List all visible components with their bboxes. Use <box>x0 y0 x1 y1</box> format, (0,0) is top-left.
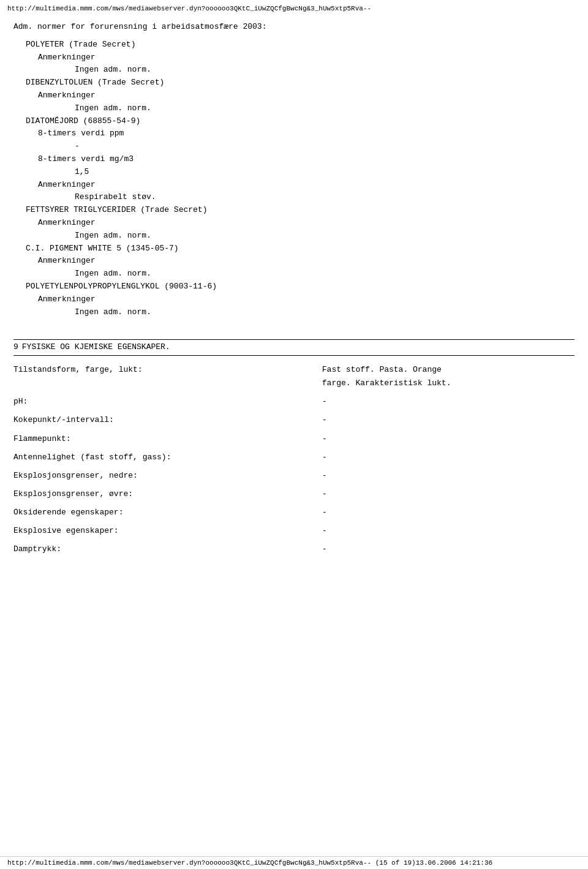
bottom-url: http://multimedia.mmm.com/mws/mediawebse… <box>7 859 492 867</box>
prop-value-0: Fast stoff. Pasta. Orange farge. Karakte… <box>322 361 575 393</box>
chemical-3-dash1: - <box>13 140 575 153</box>
chemical-1-name: POLYETER (Trade Secret) <box>13 39 575 51</box>
chemical-3-timers-ppm: 8-timers verdi ppm <box>13 127 575 140</box>
property-row-1: pH:- <box>13 393 575 411</box>
page-container: http://multimedia.mmm.com/mws/mediawebse… <box>0 0 588 869</box>
property-row-0: Tilstandsform, farge, lukt:Fast stoff. P… <box>13 361 575 393</box>
prop-label-7: Oksiderende egenskaper: <box>13 503 322 522</box>
bottom-bar: http://multimedia.mmm.com/mws/mediawebse… <box>0 856 588 869</box>
chemical-4: FETTSYRER TRIGLYCERIDER (Trade Secret) A… <box>13 204 575 242</box>
chemical-3: DIATOMÉJORD (68855-54-9) 8-timers verdi … <box>13 115 575 205</box>
prop-value-7: - <box>322 503 575 522</box>
property-row-3: Flammepunkt:- <box>13 430 575 448</box>
prop-value-4: - <box>322 448 575 467</box>
chemical-5-norm: Ingen adm. norm. <box>13 268 575 280</box>
chemical-1-remarks: Anmerkninger <box>13 51 575 64</box>
section-9-header: 9 FYSISKE OG KJEMISKE EGENSKAPER. <box>13 341 575 354</box>
chemical-2-name: DIBENZYLTOLUEN (Trade Secret) <box>13 77 575 89</box>
main-content: Adm. normer for forurensning i arbeidsat… <box>7 15 581 559</box>
chemical-3-timers-mg: 8-timers verdi mg/m3 <box>13 153 575 166</box>
prop-label-3: Flammepunkt: <box>13 430 322 448</box>
prop-value-1: - <box>322 393 575 411</box>
chemical-1-norm: Ingen adm. norm. <box>13 64 575 77</box>
chemical-3-value: 1,5 <box>13 166 575 179</box>
prop-value-9: - <box>322 540 575 559</box>
section-9-number: 9 <box>13 341 18 354</box>
prop-value-2: - <box>322 411 575 429</box>
property-row-9: Damptrykk:- <box>13 540 575 559</box>
chemical-3-name: DIATOMÉJORD (68855-54-9) <box>13 115 575 128</box>
properties-table: Tilstandsform, farge, lukt:Fast stoff. P… <box>13 361 575 559</box>
property-row-5: Eksplosjonsgrenser, nedre:- <box>13 467 575 485</box>
property-row-6: Eksplosjonsgrenser, øvre:- <box>13 485 575 503</box>
chemical-3-remarks: Anmerkninger <box>13 179 575 192</box>
chemical-6-norm: Ingen adm. norm. <box>13 306 575 319</box>
chemical-5: C.I. PIGMENT WHITE 5 (1345-05-7) Anmerkn… <box>13 243 575 280</box>
chemical-6: POLYETYLENPOLYPROPYLENGLYKOL (9003-11-6)… <box>13 280 575 318</box>
chemical-5-remarks: Anmerkninger <box>13 255 575 268</box>
prop-value-8: - <box>322 522 575 540</box>
chemical-6-name: POLYETYLENPOLYPROPYLENGLYKOL (9003-11-6) <box>13 280 575 293</box>
intro-line: Adm. normer for forurensning i arbeidsat… <box>13 21 575 34</box>
property-row-4: Antennelighet (fast stoff, gass):- <box>13 448 575 467</box>
prop-label-6: Eksplosjonsgrenser, øvre: <box>13 485 322 503</box>
chemical-6-remarks: Anmerkninger <box>13 293 575 306</box>
prop-label-8: Eksplosive egenskaper: <box>13 522 322 540</box>
prop-label-1: pH: <box>13 393 322 411</box>
prop-label-0: Tilstandsform, farge, lukt: <box>13 361 322 393</box>
prop-value-6: - <box>322 485 575 503</box>
prop-label-5: Eksplosjonsgrenser, nedre: <box>13 467 322 485</box>
top-url: http://multimedia.mmm.com/mws/mediawebse… <box>7 5 581 12</box>
divider-bottom <box>13 355 575 356</box>
chemical-2-remarks: Anmerkninger <box>13 89 575 102</box>
chemical-4-norm: Ingen adm. norm. <box>13 230 575 243</box>
prop-value-5: - <box>322 467 575 485</box>
chemical-4-name: FETTSYRER TRIGLYCERIDER (Trade Secret) <box>13 204 575 217</box>
chemical-2-norm: Ingen adm. norm. <box>13 102 575 115</box>
property-row-2: Kokepunkt/-intervall:- <box>13 411 575 429</box>
chemical-3-note: Respirabelt støv. <box>13 191 575 204</box>
chemical-2: DIBENZYLTOLUEN (Trade Secret) Anmerkning… <box>13 77 575 115</box>
divider-top <box>13 339 575 340</box>
property-row-8: Eksplosive egenskaper:- <box>13 522 575 540</box>
prop-label-4: Antennelighet (fast stoff, gass): <box>13 448 322 467</box>
chemical-5-name: C.I. PIGMENT WHITE 5 (1345-05-7) <box>13 243 575 255</box>
section-9-title: FYSISKE OG KJEMISKE EGENSKAPER. <box>22 341 170 354</box>
prop-label-9: Damptrykk: <box>13 540 322 559</box>
prop-label-2: Kokepunkt/-intervall: <box>13 411 322 429</box>
prop-value-3: - <box>322 430 575 448</box>
property-row-7: Oksiderende egenskaper:- <box>13 503 575 522</box>
chemical-1: POLYETER (Trade Secret) Anmerkninger Ing… <box>13 39 575 77</box>
chemical-4-remarks: Anmerkninger <box>13 217 575 230</box>
